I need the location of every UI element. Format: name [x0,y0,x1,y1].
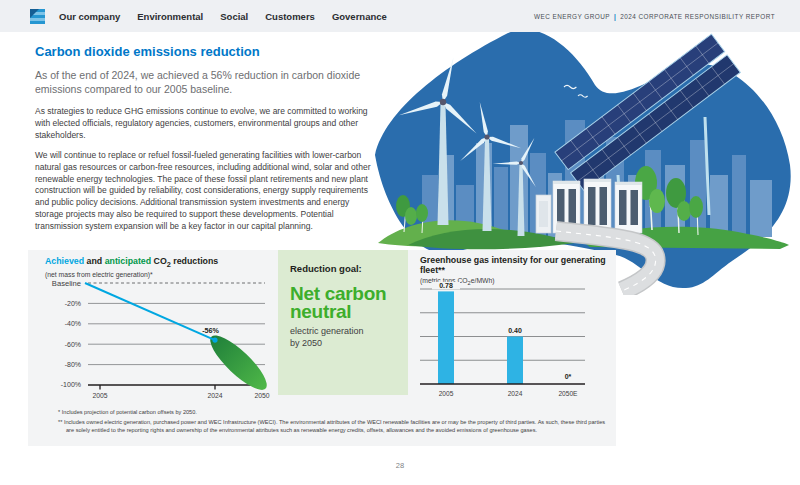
bar-2024 [507,337,523,385]
bar-value-2005: 0.78 [439,282,453,289]
svg-text:-20%: -20% [65,300,81,307]
achieved-line [85,283,215,340]
wec-logo-icon[interactable] [30,9,45,24]
svg-text:-40%: -40% [65,320,81,327]
reduction-annotation: -56% [202,326,219,335]
body-paragraph-2: We will continue to replace or refuel fo… [35,150,371,233]
reduction-chart: Baseline -20% -40% -60% -80% -100% 2005 … [40,276,275,402]
footnotes: * Includes projection of potential carbo… [58,408,606,436]
svg-text:-100%: -100% [61,381,81,388]
reduction-goal-box: Reduction goal: Net carbon neutral elect… [278,250,408,395]
report-page: Our company Environmental Social Custome… [0,0,800,485]
report-divider: | [614,13,616,20]
svg-text:2024: 2024 [508,390,523,397]
svg-text:-80%: -80% [65,361,81,368]
goal-label: Reduction goal: [290,263,396,274]
nav-item-social[interactable]: Social [220,11,248,22]
page-title: Carbon dioxide emissions reduction [35,44,373,59]
page-number: 28 [0,461,800,470]
svg-text:2050: 2050 [254,392,269,399]
report-identifier: WEC ENERGY GROUP | 2024 CORPORATE RESPON… [534,0,775,32]
goal-sub2: by 2050 [290,338,396,348]
achieved-endpoint-dot [212,338,217,343]
nav-item-environmental[interactable]: Environmental [137,11,203,22]
reduction-chart-header: Achieved and anticipated CO2 reductions … [45,257,285,278]
report-brand: WEC ENERGY GROUP [534,13,610,20]
nav-item-our-company[interactable]: Our company [59,11,120,22]
bar-value-2050e: 0* [565,373,572,380]
svg-text:2050E: 2050E [558,390,578,397]
y-label-baseline: Baseline [52,279,81,288]
bar-value-2024: 0.40 [508,327,522,334]
footnote-2: ** Includes owned electric generation, p… [58,418,606,435]
article-column: Carbon dioxide emissions reduction As of… [35,44,373,241]
intensity-chart: 0.78 0.40 0* 2005 2024 2050E [420,278,616,402]
lead-paragraph: As of the end of 2024, we achieved a 56%… [35,68,365,96]
svg-text:-60%: -60% [65,341,81,348]
nav-item-customers[interactable]: Customers [265,11,315,22]
reduction-chart-title: Achieved and anticipated CO2 reductions [45,257,285,269]
x-axis [88,385,265,390]
footnote-1: * Includes projection of potential carbo… [58,408,606,417]
body-paragraph-1: As strategies to reduce GHG emissions co… [35,106,371,142]
bar-2005 [438,291,454,384]
top-nav-bar: Our company Environmental Social Custome… [0,0,800,32]
report-title: 2024 CORPORATE RESPONSIBILITY REPORT [620,13,775,20]
emissions-data-card: Achieved and anticipated CO2 reductions … [28,250,616,446]
goal-sub1: electric generation [290,326,396,336]
svg-text:2024: 2024 [207,392,222,399]
svg-text:2005: 2005 [92,392,107,399]
svg-text:2005: 2005 [439,390,454,397]
intensity-chart-title: Greenhouse gas intensity for our generat… [420,256,620,275]
goal-headline: Net carbon neutral [290,285,396,321]
nav-item-governance[interactable]: Governance [332,11,387,22]
